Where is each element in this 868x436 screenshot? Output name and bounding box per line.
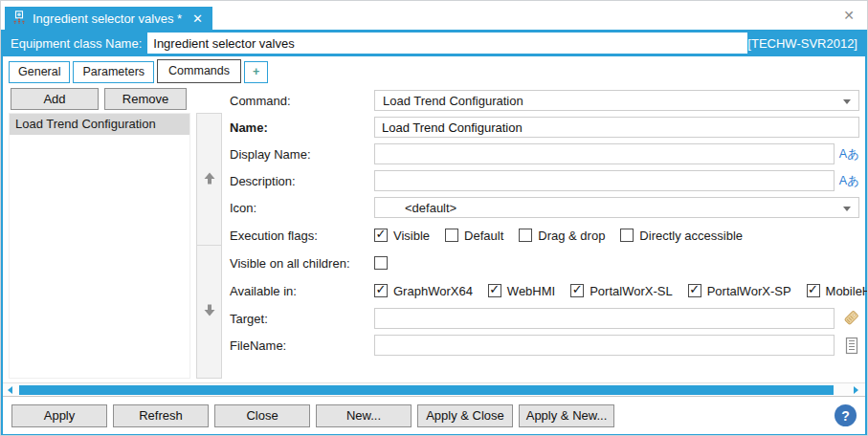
- checkbox-drag-drop[interactable]: Drag & drop: [519, 229, 605, 243]
- checkbox-label: Directly accessible: [639, 229, 743, 243]
- checkbox-visible-on-all-children[interactable]: [374, 256, 393, 270]
- checkbox-label: Default: [464, 229, 503, 243]
- checkbox-icon[interactable]: [445, 229, 458, 242]
- tag-icon: [842, 310, 859, 327]
- chevron-down-icon: [843, 99, 851, 104]
- apply-and-new-button[interactable]: Apply & New...: [519, 404, 614, 427]
- localize-icon[interactable]: Aあ: [835, 173, 859, 189]
- move-down-button[interactable]: [196, 246, 222, 379]
- name-input[interactable]: [374, 117, 859, 138]
- checkbox-icon[interactable]: [374, 229, 388, 242]
- filename-label: FileName:: [230, 338, 374, 353]
- checkbox-icon[interactable]: [807, 284, 820, 297]
- target-label: Target:: [230, 312, 374, 326]
- visible-on-all-children-label: Visible on all children:: [230, 256, 374, 271]
- command-list-item[interactable]: Load Trend Configuration: [10, 114, 189, 135]
- tab-general[interactable]: General: [9, 61, 70, 83]
- commands-listbox: Load Trend Configuration: [9, 113, 190, 379]
- filename-row: FileName:: [230, 335, 859, 356]
- checkbox-icon[interactable]: [519, 229, 532, 242]
- icon-dropdown-value: <default>: [405, 201, 456, 215]
- equipment-name-label: Equipment class Name:: [11, 36, 142, 51]
- checkbox-label: MobileHMI: [826, 284, 868, 298]
- checkbox-icon[interactable]: [488, 284, 501, 297]
- horizontal-scrollbar[interactable]: [3, 382, 865, 396]
- scrollbar-thumb[interactable]: [19, 385, 834, 395]
- checkbox-icon[interactable]: [688, 284, 701, 297]
- checkbox-icon[interactable]: [620, 229, 634, 242]
- checkbox-icon[interactable]: [374, 256, 388, 270]
- equipment-class-icon: [12, 11, 26, 27]
- checkbox-icon[interactable]: [374, 284, 388, 297]
- commands-tab-content: Add Remove Load Trend Configuration: [3, 83, 865, 382]
- down-arrow-icon: [203, 303, 216, 320]
- icon-label: Icon:: [230, 201, 374, 215]
- up-arrow-icon: [203, 171, 216, 188]
- command-row: Command: Load Trend Configuration: [230, 90, 859, 111]
- command-label: Command:: [230, 94, 374, 108]
- document-tab-title: Ingredient selector valves *: [33, 11, 182, 26]
- tab-parameters[interactable]: Parameters: [73, 61, 154, 83]
- equipment-name-bar: Equipment class Name: [TECHW-SVR2012]: [3, 30, 865, 56]
- target-row: Target:: [230, 308, 859, 329]
- file-browse-button[interactable]: [835, 337, 859, 355]
- move-up-button[interactable]: [196, 113, 222, 246]
- apply-and-close-button[interactable]: Apply & Close: [417, 404, 513, 427]
- remove-command-button[interactable]: Remove: [104, 88, 187, 110]
- icon-dropdown[interactable]: <default>: [374, 197, 859, 218]
- document-tab-strip: Ingredient selector valves * ✕ ✕: [1, 1, 867, 30]
- description-row: Description: Aあ: [230, 170, 859, 191]
- localize-icon[interactable]: Aあ: [835, 146, 859, 163]
- description-input[interactable]: [374, 170, 835, 191]
- checkbox-portalworx-sl[interactable]: PortalWorX-SL: [570, 284, 672, 298]
- display-name-input[interactable]: [374, 143, 835, 164]
- available-in-row: Available in: GraphWorX64 WebHMI Port: [230, 280, 859, 301]
- checkbox-label: PortalWorX-SL: [590, 284, 672, 298]
- checkbox-webhmi[interactable]: WebHMI: [488, 284, 555, 298]
- document-tab[interactable]: Ingredient selector valves * ✕: [5, 7, 212, 30]
- command-dropdown[interactable]: Load Trend Configuration: [374, 90, 859, 111]
- name-label: Name:: [230, 120, 374, 135]
- checkbox-label: WebHMI: [507, 284, 555, 298]
- command-dropdown-value: Load Trend Configuration: [383, 94, 523, 108]
- checkbox-visible[interactable]: Visible: [374, 229, 430, 243]
- footer-button-bar: Apply Refresh Close New... Apply & Close…: [3, 396, 865, 434]
- window-close-icon[interactable]: ✕: [843, 9, 855, 22]
- document-tab-close-icon[interactable]: ✕: [192, 12, 203, 25]
- display-name-row: Display Name: Aあ: [230, 143, 859, 164]
- checkbox-label: Visible: [393, 229, 430, 243]
- server-name-badge: [TECHW-SVR2012]: [747, 36, 857, 51]
- page-tab-row: General Parameters Commands +: [3, 56, 865, 83]
- scroll-right-icon[interactable]: [854, 386, 858, 394]
- tab-add-new[interactable]: +: [244, 61, 268, 83]
- checkbox-icon[interactable]: [570, 284, 584, 297]
- filename-input[interactable]: [374, 335, 835, 356]
- display-name-label: Display Name:: [230, 147, 374, 162]
- checkbox-directly-accessible[interactable]: Directly accessible: [620, 229, 743, 243]
- scroll-left-icon[interactable]: [8, 386, 12, 394]
- execution-flags-group: Visible Default Drag & drop Directl: [374, 229, 758, 243]
- add-command-button[interactable]: Add: [11, 88, 99, 110]
- checkbox-graphworx64[interactable]: GraphWorX64: [374, 284, 473, 298]
- checkbox-label: Drag & drop: [538, 229, 605, 243]
- refresh-button[interactable]: Refresh: [113, 404, 209, 427]
- reorder-column: [196, 113, 222, 379]
- new-button[interactable]: New...: [316, 404, 412, 427]
- chevron-down-icon: [843, 207, 851, 211]
- checkbox-portalworx-sp[interactable]: PortalWorX-SP: [688, 284, 791, 298]
- editor-frame: Equipment class Name: [TECHW-SVR2012] Ge…: [1, 30, 867, 436]
- available-in-group: GraphWorX64 WebHMI PortalWorX-SL Po: [374, 284, 868, 298]
- description-label: Description:: [230, 174, 374, 188]
- apply-button[interactable]: Apply: [11, 404, 107, 427]
- tab-commands[interactable]: Commands: [157, 59, 241, 83]
- name-row: Name:: [230, 117, 859, 138]
- checkbox-default[interactable]: Default: [445, 229, 503, 243]
- help-button[interactable]: ?: [835, 404, 857, 426]
- close-button[interactable]: Close: [214, 404, 310, 427]
- file-icon: [844, 337, 859, 355]
- checkbox-label: GraphWorX64: [393, 284, 473, 298]
- equipment-name-input[interactable]: [147, 33, 747, 54]
- checkbox-mobilehmi[interactable]: MobileHMI: [807, 284, 868, 298]
- target-input[interactable]: [374, 308, 835, 329]
- tag-browse-button[interactable]: [835, 310, 859, 327]
